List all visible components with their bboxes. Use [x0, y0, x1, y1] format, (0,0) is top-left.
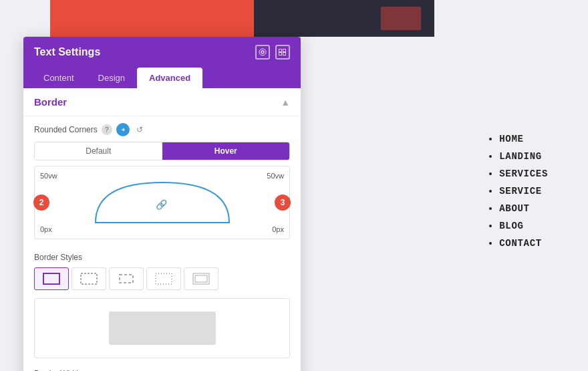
border-section-header: Border ▲	[23, 88, 301, 116]
border-style-options	[34, 267, 290, 290]
border-styles-section: Border Styles	[23, 247, 301, 298]
nav-item-landing[interactable]: Landing	[499, 151, 548, 162]
sub-tab-default[interactable]: Default	[35, 142, 162, 160]
badge-3: 3	[275, 195, 291, 211]
nav-item-about[interactable]: About	[499, 203, 548, 214]
border-style-double[interactable]	[184, 267, 218, 290]
panel-title: Text Settings	[34, 46, 100, 58]
sub-tabs: Default Hover	[34, 142, 290, 160]
corner-preview-svg: 🔗	[89, 176, 236, 229]
border-style-dashed-inside[interactable]	[71, 267, 106, 290]
rounded-corners-row: Rounded Corners ? ↺	[23, 116, 301, 139]
section-collapse-icon[interactable]: ▲	[281, 97, 290, 108]
nav-item-home[interactable]: Home	[499, 134, 548, 144]
svg-rect-3	[283, 49, 286, 52]
nav-item-contact[interactable]: Contact	[499, 238, 548, 249]
rounded-corners-label: Rounded Corners	[34, 125, 98, 134]
settings-icon[interactable]	[255, 45, 270, 59]
panel-header: Text Settings	[23, 37, 301, 68]
text-settings-panel: Text Settings Content Design Advanced	[23, 37, 301, 371]
svg-rect-12	[195, 275, 207, 282]
border-style-dotted[interactable]	[146, 267, 181, 290]
svg-rect-7	[43, 273, 59, 284]
corner-visual: 2 3 50vw 50vw 0px 0px 🔗	[34, 166, 290, 239]
border-styles-label: Border Styles	[34, 253, 290, 262]
panel-body: Border ▲ Rounded Corners ? ↺ Default Hov…	[23, 88, 301, 371]
link-corners-icon[interactable]	[116, 123, 130, 136]
nav-item-services[interactable]: Services	[499, 168, 548, 179]
layout-icon[interactable]	[275, 45, 290, 59]
tab-design[interactable]: Design	[86, 68, 137, 88]
border-style-solid[interactable]	[34, 267, 69, 290]
svg-rect-10	[156, 273, 172, 284]
svg-rect-4	[279, 53, 282, 55]
badge-2: 2	[33, 195, 49, 211]
help-icon[interactable]: ?	[102, 124, 112, 135]
color-preview-area[interactable]	[34, 298, 290, 358]
svg-rect-11	[193, 273, 209, 284]
panel-header-icons	[255, 45, 290, 59]
panel-tabs: Content Design Advanced	[23, 68, 301, 88]
corner-top-right-value[interactable]: 50vw	[267, 172, 284, 180]
border-section-title: Border	[34, 96, 67, 108]
sub-tab-hover[interactable]: Hover	[162, 142, 290, 160]
corner-bottom-right-value[interactable]: 0px	[272, 225, 284, 233]
tab-content[interactable]: Content	[31, 68, 86, 88]
border-style-dashed-outside[interactable]	[109, 267, 144, 290]
border-width-label: Border Width	[23, 364, 301, 371]
color-swatch	[109, 312, 216, 345]
svg-rect-9	[120, 275, 133, 283]
nav-item-service[interactable]: Service	[499, 186, 548, 197]
svg-point-0	[261, 51, 264, 53]
tab-advanced[interactable]: Advanced	[137, 68, 202, 88]
corner-top-left-value[interactable]: 50vw	[40, 172, 57, 180]
svg-text:🔗: 🔗	[155, 199, 167, 211]
corner-bottom-left-value[interactable]: 0px	[40, 225, 52, 233]
svg-point-1	[259, 49, 266, 55]
nav-menu: Home Landing Services Service About Blog…	[486, 134, 548, 255]
reset-icon[interactable]: ↺	[134, 124, 146, 136]
dark-image	[254, 0, 434, 37]
nav-item-blog[interactable]: Blog	[499, 221, 548, 231]
svg-rect-5	[283, 53, 286, 55]
svg-rect-8	[81, 273, 97, 284]
svg-rect-2	[279, 49, 282, 52]
